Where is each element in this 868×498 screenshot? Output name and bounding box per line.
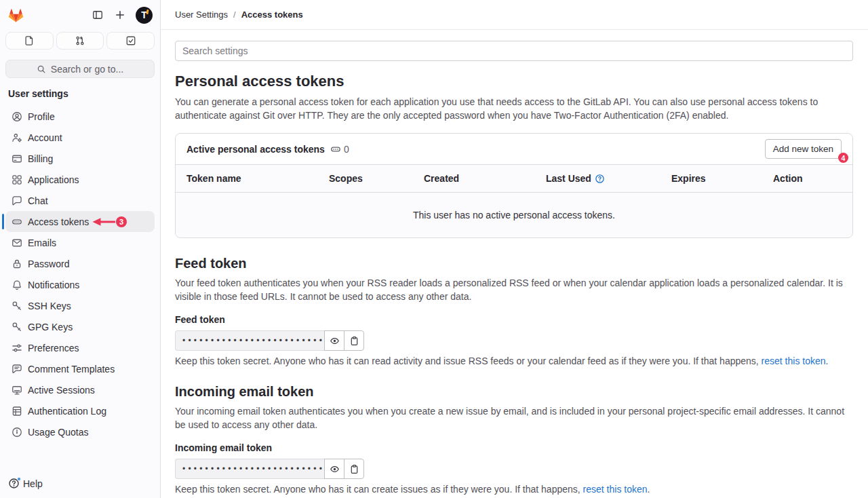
sidebar-item-label: Password [28, 258, 69, 269]
credit-card-icon [12, 153, 22, 164]
search-or-goto-label: Search or go to... [51, 64, 123, 75]
user-avatar[interactable]: T [136, 7, 153, 24]
sidebar-item-authentication-log[interactable]: Authentication Log [5, 400, 155, 421]
incoming-reset-token-link[interactable]: reset this token [583, 484, 648, 495]
sidebar-toggle-button[interactable] [88, 5, 107, 24]
sidebar-topbar: T [0, 0, 160, 30]
sidebar-item-emails[interactable]: Emails [5, 232, 155, 253]
search-settings-input[interactable] [175, 41, 853, 61]
sliders-icon [12, 343, 22, 353]
sidebar-item-active-sessions[interactable]: Active Sessions [5, 379, 155, 400]
issues-icon [24, 35, 35, 46]
sidebar-item-profile[interactable]: Profile [5, 106, 155, 127]
token-count-value: 0 [344, 144, 349, 155]
sidebar-item-label: Emails [28, 237, 56, 248]
sidebar-item-label: Active Sessions [28, 385, 95, 396]
chat-bubble-icon [12, 195, 22, 206]
breadcrumb-user-settings[interactable]: User Settings [175, 9, 228, 20]
plus-icon [115, 9, 125, 20]
tanuki-icon [7, 7, 24, 23]
feed-token-secret-note: Keep this token secret. Anyone who has i… [175, 356, 853, 366]
clipboard-copy-icon [349, 464, 359, 474]
incoming-email-token-label: Incoming email token [175, 442, 853, 453]
key-icon [12, 322, 22, 332]
feed-token-title: Feed token [175, 256, 853, 271]
sidebar-item-password[interactable]: Password [5, 253, 155, 274]
incoming-email-token-description: Your incoming email token authenticates … [175, 404, 853, 432]
annotation-badge-4: 4 [838, 153, 848, 163]
email-icon [12, 237, 22, 248]
settings-content: Personal access tokens You can generate … [161, 30, 868, 498]
page-title: Personal access tokens [175, 73, 853, 90]
sidebar-item-notifications[interactable]: Notifications [5, 274, 155, 295]
token-pill-icon [12, 216, 22, 227]
sidebar-item-comment-templates[interactable]: Comment Templates [5, 358, 155, 379]
sidebar-item-gpg-keys[interactable]: GPG Keys [5, 316, 155, 337]
clipboard-copy-icon [349, 336, 359, 346]
sidebar-item-account[interactable]: Account [5, 127, 155, 148]
question-help-icon[interactable] [595, 174, 605, 184]
merge-requests-shortcut-button[interactable] [56, 32, 104, 50]
help-label: Help [23, 478, 43, 489]
active-tokens-title: Active personal access tokens [186, 144, 325, 155]
main-panel: User Settings / Access tokens Personal a… [161, 0, 868, 498]
help-button[interactable]: Help [0, 469, 160, 498]
personal-tokens-description: You can generate a personal access token… [175, 95, 853, 122]
profile-icon [12, 111, 22, 122]
add-new-token-button[interactable]: Add new token [765, 139, 842, 159]
gitlab-logo[interactable] [7, 7, 24, 23]
sidebar-item-chat[interactable]: Chat [5, 190, 155, 211]
breadcrumb-current: Access tokens [241, 9, 303, 20]
incoming-email-token-copy-button[interactable] [344, 459, 364, 479]
sidebar-item-label: SSH Keys [28, 301, 71, 311]
feed-token-copy-button[interactable] [344, 330, 364, 351]
sidebar-toggle-icon [92, 9, 103, 20]
todo-shortcut-button[interactable] [106, 32, 155, 50]
incoming-email-token-reveal-button[interactable] [324, 459, 344, 479]
feed-reset-token-link[interactable]: reset this token [762, 356, 826, 366]
sidebar: T [0, 0, 161, 498]
sidebar-item-label: Account [28, 132, 62, 143]
pinned-shortcuts [0, 30, 160, 52]
search-or-goto-button[interactable]: Search or go to... [5, 60, 155, 78]
sidebar-item-preferences[interactable]: Preferences [5, 337, 155, 358]
key-icon [12, 301, 22, 311]
sidebar-item-access-tokens[interactable]: Access tokens 3 [5, 211, 155, 232]
sidebar-item-label: Comment Templates [28, 364, 115, 375]
gauge-icon [12, 427, 22, 438]
todo-checklist-icon [125, 35, 136, 46]
sidebar-item-label: Notifications [28, 280, 79, 290]
annotation-badge-3: 3 [116, 216, 127, 227]
sidebar-item-label: Preferences [28, 343, 79, 353]
sidebar-item-ssh-keys[interactable]: SSH Keys [5, 295, 155, 316]
column-token-name: Token name [176, 173, 318, 184]
annotation-arrow [92, 216, 115, 227]
active-tokens-card-header: Active personal access tokens 0 Add new … [176, 134, 852, 164]
sidebar-item-label: Billing [28, 153, 53, 164]
applications-grid-icon [12, 174, 22, 185]
feed-token-group: ••••••••••••••••••••••••• [175, 330, 853, 351]
column-action: Action [762, 173, 852, 184]
sidebar-item-billing[interactable]: Billing [5, 148, 155, 169]
new-menu-button[interactable] [111, 5, 130, 24]
sidebar-item-applications[interactable]: Applications [5, 169, 155, 190]
feed-token-reveal-button[interactable] [324, 330, 344, 351]
user-settings-nav: Profile Account Billing Applications Cha… [0, 106, 160, 442]
merge-request-icon [75, 35, 85, 46]
incoming-email-token-masked-field[interactable]: ••••••••••••••••••••••••• [175, 459, 325, 479]
sidebar-item-label: Chat [28, 195, 48, 206]
feed-token-description: Your feed token authenticates you when y… [175, 276, 853, 303]
sidebar-item-usage-quotas[interactable]: Usage Quotas [5, 421, 155, 442]
empty-tokens-message: This user has no active personal access … [176, 193, 852, 237]
bell-icon [12, 280, 22, 290]
feed-token-masked-field[interactable]: ••••••••••••••••••••••••• [175, 330, 325, 351]
help-icon [8, 478, 20, 489]
sidebar-item-label: Usage Quotas [28, 427, 89, 438]
column-last-used: Last Used [535, 173, 660, 184]
token-pill-icon [330, 144, 341, 155]
breadcrumb-separator: / [233, 9, 236, 20]
active-tokens-card: Active personal access tokens 0 Add new … [175, 133, 853, 238]
column-scopes: Scopes [318, 173, 413, 184]
eye-icon [330, 464, 340, 474]
issues-shortcut-button[interactable] [5, 32, 54, 50]
